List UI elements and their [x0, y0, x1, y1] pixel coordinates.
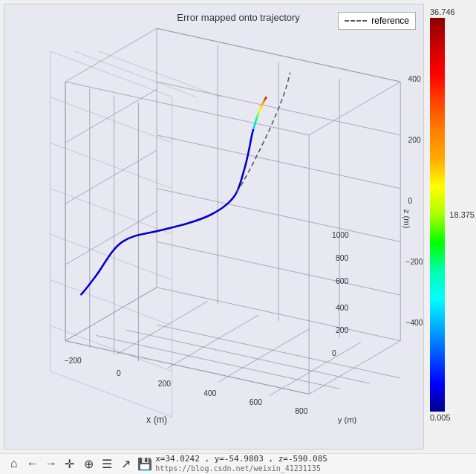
home-icon: ⌂ — [10, 457, 18, 470]
svg-text:z (m): z (m) — [402, 210, 411, 229]
back-icon: ← — [27, 457, 39, 470]
plot-area: Error mapped onto trajectory reference — [0, 0, 476, 453]
colorbar-gradient: 18.375 — [430, 18, 445, 412]
svg-text:200: 200 — [408, 136, 420, 144]
svg-line-23 — [309, 82, 400, 135]
colorbar-region: 36.746 18.375 0.005 — [424, 0, 476, 453]
zoom-icon: ⊕ — [84, 457, 94, 471]
svg-line-7 — [50, 234, 172, 280]
svg-line-41 — [167, 315, 258, 369]
svg-text:1000: 1000 — [332, 231, 349, 239]
svg-line-25 — [65, 150, 157, 204]
svg-line-8 — [50, 280, 172, 326]
configure-icon: ☰ — [102, 457, 112, 471]
configure-button[interactable]: ☰ — [100, 455, 115, 473]
back-button[interactable]: ← — [25, 455, 40, 473]
svg-line-39 — [65, 288, 157, 341]
save-button[interactable]: 💾 — [137, 455, 152, 473]
svg-text:y (m): y (m) — [338, 415, 357, 424]
svg-line-5 — [50, 143, 172, 189]
svg-text:0: 0 — [117, 369, 121, 377]
svg-line-2 — [50, 371, 172, 418]
svg-text:200: 200 — [158, 380, 171, 388]
svg-line-1 — [50, 51, 172, 97]
main-container: Error mapped onto trajectory reference — [0, 0, 476, 474]
toolbar: ⌂ ← → ✛ ⊕ ☰ ↗ 💾 x=34.0242 , y=-54.9803 ,… — [0, 453, 476, 474]
svg-text:400: 400 — [336, 304, 348, 312]
svg-text:200: 200 — [336, 326, 348, 334]
edit-icon: ↗ — [121, 457, 131, 471]
chart-region[interactable]: Error mapped onto trajectory reference — [4, 4, 424, 449]
svg-line-45 — [96, 336, 339, 389]
svg-line-40 — [117, 301, 208, 354]
legend-label: reference — [371, 16, 409, 26]
save-icon: 💾 — [137, 457, 152, 471]
svg-text:600: 600 — [336, 277, 348, 285]
colorbar-mid-label: 18.375 — [449, 210, 475, 219]
svg-line-21 — [65, 28, 157, 82]
svg-line-20 — [65, 82, 309, 135]
svg-text:0: 0 — [332, 349, 336, 357]
home-button[interactable]: ⌂ — [6, 455, 22, 473]
colorbar-max-label: 36.746 — [430, 7, 455, 16]
forward-button[interactable]: → — [43, 455, 59, 473]
svg-line-43 — [270, 342, 361, 396]
pan-button[interactable]: ✛ — [62, 455, 77, 473]
pan-icon: ✛ — [65, 457, 74, 471]
svg-line-44 — [65, 341, 309, 395]
svg-line-11 — [99, 51, 221, 97]
svg-line-15 — [309, 341, 400, 395]
svg-text:−200: −200 — [65, 357, 82, 365]
svg-text:800: 800 — [336, 254, 348, 262]
svg-line-4 — [50, 97, 172, 143]
svg-text:x (m): x (m) — [146, 415, 167, 425]
svg-text:400: 400 — [408, 75, 420, 83]
coordinates-text: x=34.0242 , y=-54.9803 , z=-590.085 — [155, 454, 327, 464]
watermark-text: https://blog.csdn.net/weixin_41231135 — [155, 464, 321, 473]
svg-text:−400: −400 — [405, 319, 423, 327]
svg-text:800: 800 — [295, 407, 307, 415]
svg-line-6 — [50, 189, 172, 235]
edit-button[interactable]: ↗ — [118, 455, 134, 473]
status-bar: x=34.0242 , y=-54.9803 , z=-590.085 http… — [155, 454, 470, 473]
svg-text:−200: −200 — [405, 258, 423, 266]
svg-line-24 — [65, 89, 157, 143]
svg-text:600: 600 — [250, 398, 262, 406]
svg-text:0: 0 — [408, 197, 412, 205]
colorbar-min-label: 0.005 — [430, 413, 451, 422]
zoom-button[interactable]: ⊕ — [81, 455, 97, 473]
chart-title: Error mapped onto trajectory — [177, 12, 299, 23]
chart-svg: x (m) y (m) z (m) −200 0 200 400 600 800… — [4, 4, 423, 449]
svg-line-26 — [65, 211, 157, 264]
svg-line-10 — [74, 51, 196, 97]
svg-text:400: 400 — [203, 389, 216, 397]
legend-box: reference — [338, 12, 416, 30]
colorbar-wrapper: 36.746 18.375 0.005 — [430, 7, 455, 422]
legend-line-icon — [345, 20, 367, 22]
forward-icon: → — [45, 457, 57, 470]
